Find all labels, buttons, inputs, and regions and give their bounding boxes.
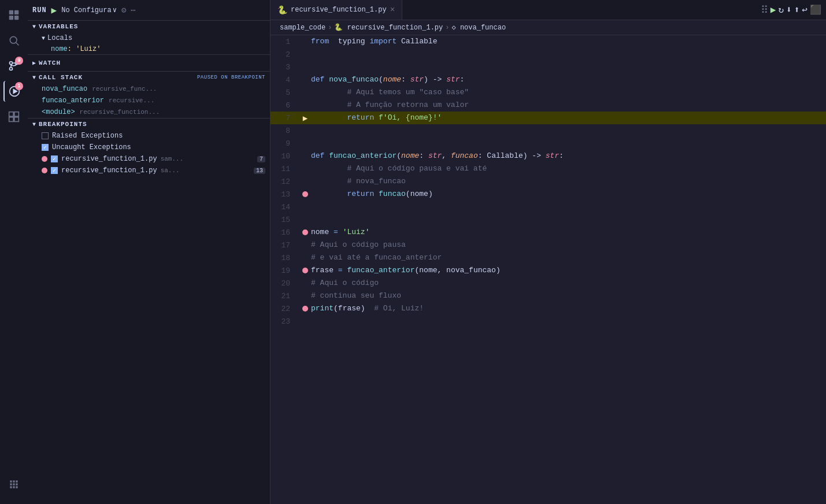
breakpoint-line-0: 7 — [257, 156, 265, 162]
breakpoint-marker-16 — [302, 229, 308, 235]
file-bp-checkbox-0[interactable]: ✓ — [51, 155, 58, 162]
code-line-14: 14 — [271, 201, 826, 213]
svg-point-8 — [10, 62, 13, 65]
code-line-10: 10 def funcao_anterior(nome: str, funcao… — [271, 150, 826, 162]
variables-header[interactable]: ▼ VARIABLES — [28, 21, 270, 32]
svg-rect-1 — [14, 10, 18, 14]
breakpoint-dot-1 — [42, 168, 47, 173]
current-line-arrow: ▶ — [303, 113, 308, 123]
step-into-button[interactable]: ⬇ — [786, 4, 792, 16]
svg-marker-10 — [13, 90, 17, 94]
svg-rect-2 — [9, 16, 13, 20]
svg-rect-11 — [9, 112, 14, 117]
code-line-11: 11 # Aqui o código pausa e vai até — [271, 162, 826, 175]
run-label: RUN — [32, 6, 47, 14]
code-line-9: 9 — [271, 137, 826, 150]
breadcrumb-sample-code[interactable]: sample_code — [280, 24, 325, 32]
debug-run-icon[interactable]: 1 — [3, 81, 24, 102]
explorer-icon[interactable] — [3, 5, 24, 25]
main-editor: 🐍 recursive_function_1.py × ⠿ ▶ ↻ ⬇ ⬆ ↩ … — [271, 0, 826, 504]
paused-badge: PAUSED ON BREAKPOINT — [197, 75, 265, 80]
breadcrumb-file[interactable]: 🐍 recursive_function_1.py — [334, 23, 443, 32]
code-line-1: 1 from typing import Callable — [271, 35, 826, 48]
callstack-header[interactable]: ▼ CALL STACK PAUSED ON BREAKPOINT — [28, 72, 270, 83]
callstack-frame-0[interactable]: nova_funcao recursive_func... — [28, 83, 270, 95]
code-line-19: 19 frase = funcao_anterior(nome, nova_fu… — [271, 264, 826, 277]
breakpoint-marker-22 — [302, 306, 308, 312]
extensions-icon[interactable] — [3, 106, 24, 127]
variables-section: ▼ VARIABLES ▼ Locals nome: 'Luiz' — [28, 21, 270, 55]
drag-handle-icon[interactable]: ⠿ — [761, 3, 768, 16]
debug-toolbar-sidebar: RUN ▶ No Configura ∨ ⚙ ⋯ — [28, 0, 270, 21]
debug-action-toolbar: ⠿ ▶ ↻ ⬇ ⬆ ↩ ⬛ — [761, 3, 826, 16]
code-line-5: 5 # Aqui temos um "caso base" — [271, 86, 826, 99]
gear-icon[interactable]: ⚙ — [121, 5, 126, 15]
code-line-3: 3 — [271, 61, 826, 73]
code-line-2: 2 — [271, 48, 826, 61]
raised-exceptions-checkbox[interactable] — [42, 132, 49, 139]
tab-close-button[interactable]: × — [390, 5, 395, 14]
code-line-15: 15 — [271, 213, 826, 226]
svg-rect-0 — [9, 10, 13, 14]
step-out-button[interactable]: ⬆ — [794, 4, 800, 16]
code-line-16: 16 nome = 'Luiz' — [271, 226, 826, 239]
breadcrumb: sample_code › 🐍 recursive_function_1.py … — [271, 20, 826, 35]
svg-point-6 — [10, 68, 13, 71]
code-line-22: 22 print(frase) # Oi, Luiz! — [271, 302, 826, 315]
callstack-frame-2[interactable]: <module> recursive_function... — [28, 106, 270, 118]
breakpoints-section: ▼ BREAKPOINTS Raised Exceptions ✓ Uncaug… — [28, 118, 270, 504]
svg-line-5 — [16, 43, 19, 46]
svg-point-4 — [10, 36, 17, 43]
locals-header[interactable]: ▼ Locals — [28, 32, 270, 44]
breadcrumb-function[interactable]: ◇ nova_funcao — [451, 23, 506, 32]
tab-bar-area: 🐍 recursive_function_1.py × ⠿ ▶ ↻ ⬇ ⬆ ↩ … — [271, 0, 826, 20]
breakpoint-file-1[interactable]: ✓ recursive_function_1.py sa... 13 — [28, 165, 270, 176]
code-line-17: 17 # Aqui o código pausa — [271, 239, 826, 251]
account-icon[interactable] — [3, 474, 24, 495]
search-icon[interactable] — [3, 30, 24, 51]
uncaught-exceptions-checkbox[interactable]: ✓ — [42, 144, 49, 151]
breakpoint-marker-13 — [302, 191, 308, 197]
stop-button[interactable]: ⬛ — [810, 4, 821, 16]
breakpoint-dot-0 — [42, 156, 47, 162]
code-line-4: 4 def nova_funcao(nome: str) -> str: — [271, 73, 826, 86]
source-control-badge: 9 — [15, 57, 23, 65]
step-over-button[interactable]: ↻ — [778, 4, 784, 16]
editor-tab[interactable]: 🐍 recursive_function_1.py × — [271, 0, 402, 20]
activity-bar: 9 1 — [0, 0, 28, 504]
callstack-section: ▼ CALL STACK PAUSED ON BREAKPOINT nova_f… — [28, 72, 270, 118]
code-line-12: 12 # nova_funcao — [271, 175, 826, 188]
debug-run-badge: 1 — [15, 82, 23, 90]
breakpoints-header[interactable]: ▼ BREAKPOINTS — [28, 118, 270, 130]
breakpoint-line-1: 13 — [254, 168, 265, 174]
restart-button[interactable]: ↩ — [802, 4, 808, 16]
code-line-7: 7 ▶ return f'Oi, {nome}!' — [271, 112, 826, 124]
play-button[interactable]: ▶ — [51, 5, 57, 16]
code-line-18: 18 # e vai até a funcao_anterior — [271, 251, 826, 264]
ellipsis-icon[interactable]: ⋯ — [131, 5, 135, 15]
breakpoint-file-0[interactable]: ✓ recursive_function_1.py sam... 7 — [28, 153, 270, 165]
breakpoint-raised-exceptions[interactable]: Raised Exceptions — [28, 130, 270, 142]
code-line-8: 8 — [271, 124, 826, 137]
continue-button[interactable]: ▶ — [771, 4, 776, 16]
variable-nome: nome: 'Luiz' — [28, 44, 270, 54]
svg-rect-14 — [9, 117, 14, 122]
breakpoint-uncaught-exceptions[interactable]: ✓ Uncaught Exceptions — [28, 142, 270, 153]
code-line-13: 13 return funcao(nome) — [271, 188, 826, 201]
svg-rect-13 — [14, 117, 19, 122]
sidebar: RUN ▶ No Configura ∨ ⚙ ⋯ ▼ VARIABLES ▼ L… — [28, 0, 271, 504]
tab-filename: recursive_function_1.py — [291, 6, 387, 14]
code-line-21: 21 # continua seu fluxo — [271, 290, 826, 302]
code-line-6: 6 # A função retorna um valor — [271, 99, 826, 112]
config-dropdown[interactable]: No Configura ∨ — [61, 6, 117, 14]
code-line-20: 20 # Aqui o código — [271, 277, 826, 290]
file-bp-checkbox-1[interactable]: ✓ — [51, 167, 58, 174]
svg-rect-3 — [14, 16, 18, 20]
code-editor[interactable]: 1 from typing import Callable 2 3 4 def … — [271, 35, 826, 504]
breakpoint-marker-19 — [302, 268, 308, 273]
callstack-frame-1[interactable]: funcao_anterior recursive... — [28, 95, 270, 106]
source-control-icon[interactable]: 9 — [3, 55, 24, 76]
watch-section: ▶ WATCH — [28, 55, 270, 72]
watch-header[interactable]: ▶ WATCH — [28, 57, 270, 69]
python-file-icon: 🐍 — [277, 5, 287, 15]
